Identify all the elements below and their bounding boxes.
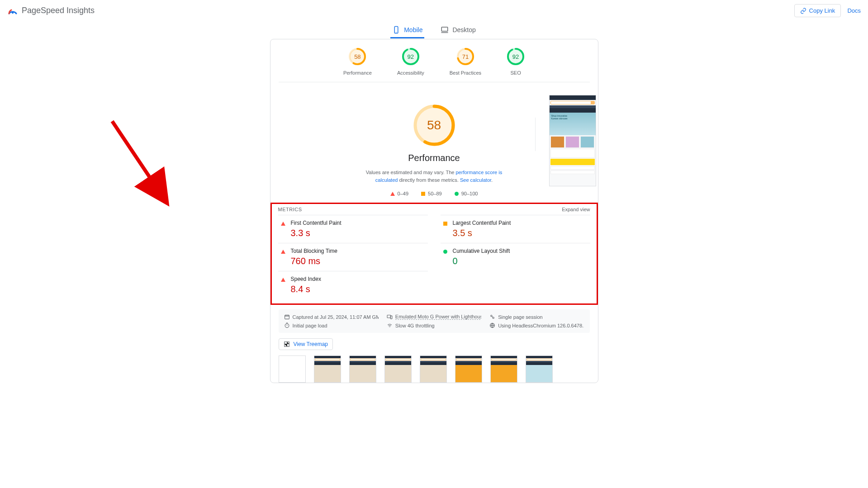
gauge-seo[interactable]: 92 SEO: [507, 47, 525, 76]
env-device: Emulated Moto G Power with Lighthouse 12…: [387, 314, 481, 320]
link-icon: [800, 8, 806, 14]
metric-name: Total Blocking Time: [291, 248, 428, 254]
filmstrip-thumb[interactable]: [490, 355, 517, 383]
expand-view-toggle[interactable]: Expand view: [562, 207, 590, 212]
gauge-best-practices[interactable]: 71 Best Practices: [450, 47, 481, 76]
annotation-arrow: [109, 118, 181, 217]
filmstrip-thumb[interactable]: [455, 355, 482, 383]
tab-mobile-label: Mobile: [404, 26, 422, 33]
performance-big-gauge: 58: [413, 104, 455, 147]
big-gauge-score: 58: [413, 104, 455, 147]
metric-name: Speed Index: [291, 276, 428, 282]
mobile-icon: [392, 26, 400, 34]
env-captured: Captured at Jul 25, 2024, 11:07 AM GMT+3: [284, 314, 379, 320]
gauge-label: Best Practices: [450, 70, 481, 76]
fail-icon: [281, 278, 285, 282]
performance-description: Values are estimated and may vary. The p…: [357, 169, 511, 184]
gauge-label: Performance: [343, 70, 372, 76]
metric-name: Largest Contentful Paint: [453, 220, 590, 226]
device-tabs: Mobile Desktop: [0, 22, 868, 39]
gauge-score: 58: [348, 47, 366, 66]
filmstrip-thumb[interactable]: [526, 355, 553, 383]
desktop-icon: [441, 26, 449, 34]
calendar-icon: [284, 314, 290, 320]
filmstrip-thumb[interactable]: [384, 355, 412, 383]
tab-desktop[interactable]: Desktop: [439, 22, 477, 38]
gauge-label: Accessibility: [397, 70, 424, 76]
docs-link[interactable]: Docs: [847, 7, 861, 14]
see-calculator-link[interactable]: See calculator: [460, 177, 491, 183]
svg-rect-16: [387, 315, 391, 318]
metric-value: 0: [453, 256, 590, 266]
final-screenshot: Shop innovativeKorean skincare: [549, 95, 596, 186]
copy-link-label: Copy Link: [809, 7, 835, 14]
view-treemap-button[interactable]: View Treemap: [279, 338, 333, 350]
gauge-performance[interactable]: 58 Performance: [343, 47, 372, 76]
metric-first-contentful-paint[interactable]: First Contentful Paint 3.3 s: [278, 215, 428, 243]
gauge-label: SEO: [510, 70, 521, 76]
metric-total-blocking-time[interactable]: Total Blocking Time 760 ms: [278, 243, 428, 271]
metric-name: Cumulative Layout Shift: [453, 248, 590, 254]
tab-mobile[interactable]: Mobile: [390, 22, 424, 38]
globe-icon: [489, 322, 495, 328]
wifi-icon: [387, 322, 393, 328]
env-load: Initial page load: [284, 322, 379, 328]
metric-value: 760 ms: [291, 256, 428, 266]
filmstrip-thumb[interactable]: [349, 355, 376, 383]
filmstrip: [270, 355, 598, 383]
legend-avg-icon: [421, 192, 425, 196]
metrics-title: METRICS: [278, 207, 302, 212]
tab-desktop-label: Desktop: [452, 26, 475, 33]
metric-value: 8.4 s: [291, 284, 428, 294]
legend-pass-icon: [455, 192, 459, 196]
category-gauges: 58 Performance 92 Accessibility 71 Best …: [279, 47, 590, 82]
timer-icon: [284, 322, 290, 328]
gauge-score: 92: [507, 47, 525, 66]
svg-line-0: [112, 121, 167, 204]
legend-fail-icon: [390, 192, 395, 196]
metric-largest-contentful-paint[interactable]: Largest Contentful Paint 3.5 s: [441, 215, 590, 243]
gauge-accessibility[interactable]: 92 Accessibility: [397, 47, 424, 76]
filmstrip-thumb[interactable]: [279, 355, 306, 383]
treemap-icon: [284, 341, 290, 347]
metric-value: 3.5 s: [453, 228, 590, 238]
treemap-label: View Treemap: [294, 341, 328, 347]
env-browser: Using HeadlessChromium 126.0.6478.126 wi…: [489, 322, 584, 328]
svg-rect-15: [285, 315, 289, 319]
topbar: PageSpeed Insights Copy Link Docs: [0, 0, 868, 22]
performance-title: Performance: [408, 153, 460, 163]
metric-value: 3.3 s: [291, 228, 428, 238]
fail-icon: [281, 222, 285, 226]
metric-cumulative-layout-shift[interactable]: Cumulative Layout Shift 0: [441, 243, 590, 271]
gauge-score: 92: [402, 47, 420, 66]
svg-rect-4: [442, 27, 448, 31]
svg-point-3: [396, 32, 397, 33]
session-icon: [489, 314, 495, 320]
average-icon: [443, 222, 447, 226]
report-card: 58 Performance 92 Accessibility 71 Best …: [270, 39, 598, 383]
score-legend: 0–49 50–89 90–100: [390, 191, 478, 196]
env-session: Single page session: [489, 314, 584, 320]
filmstrip-thumb[interactable]: [314, 355, 341, 383]
devices-icon: [387, 314, 393, 320]
svg-point-1: [12, 11, 14, 13]
environment-info: Captured at Jul 25, 2024, 11:07 AM GMT+3…: [279, 309, 590, 333]
env-throttle: Slow 4G throttling: [387, 322, 481, 328]
copy-link-button[interactable]: Copy Link: [794, 4, 841, 17]
gauge-score: 71: [456, 47, 474, 66]
metric-speed-index[interactable]: Speed Index 8.4 s: [278, 271, 428, 299]
psi-logo-icon: [7, 5, 18, 16]
metrics-section: METRICS Expand view First Contentful Pai…: [270, 203, 598, 305]
fail-icon: [281, 250, 285, 254]
app-title: PageSpeed Insights: [22, 6, 95, 15]
pass-icon: [443, 250, 447, 254]
metric-name: First Contentful Paint: [291, 220, 428, 226]
filmstrip-thumb[interactable]: [420, 355, 447, 383]
